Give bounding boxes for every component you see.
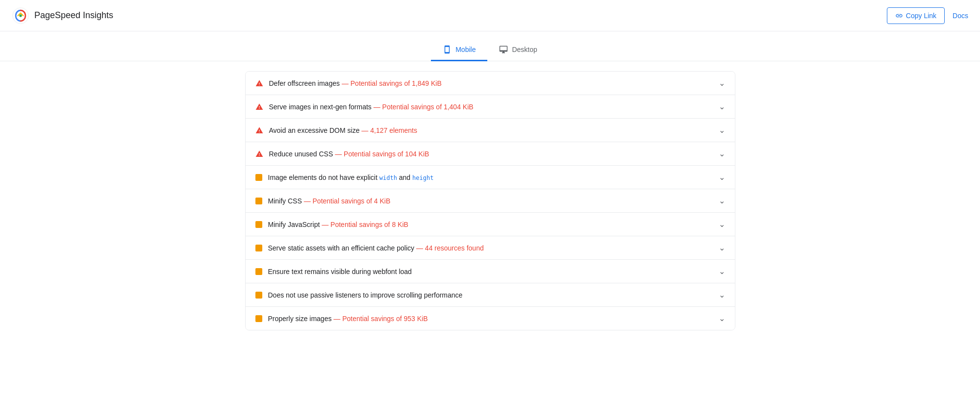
width-link[interactable]: width	[379, 175, 397, 181]
opportunity-icon	[255, 268, 262, 275]
audit-label: Serve static assets with an efficient ca…	[268, 244, 415, 252]
warning-icon	[255, 150, 263, 158]
audit-item-left: Ensure text remains visible during webfo…	[255, 268, 719, 275]
audit-text: Properly size images — Potential savings…	[268, 315, 428, 323]
chevron-icon[interactable]: ⌄	[719, 173, 725, 182]
audit-label: Ensure text remains visible during webfo…	[268, 268, 412, 275]
audit-text: Avoid an excessive DOM size — 4,127 elem…	[269, 126, 417, 134]
audit-item: Properly size images — Potential savings…	[246, 307, 735, 330]
opportunity-icon	[255, 198, 262, 204]
logo-area: PageSpeed Insights	[12, 7, 113, 25]
link-icon	[895, 12, 903, 20]
mobile-icon	[443, 45, 452, 54]
tabs-container: Mobile Desktop	[0, 31, 980, 61]
audit-item-left: Minify JavaScript — Potential savings of…	[255, 221, 719, 228]
audit-savings: Potential savings of 4 KiB	[313, 197, 391, 205]
audit-item-left: Serve static assets with an efficient ca…	[255, 244, 719, 252]
docs-link[interactable]: Docs	[953, 12, 968, 20]
audit-item-left: Serve images in next-gen formats — Poten…	[255, 103, 719, 111]
chevron-icon[interactable]: ⌄	[719, 314, 725, 323]
warning-icon	[255, 103, 263, 111]
audit-text: Ensure text remains visible during webfo…	[268, 268, 412, 275]
audit-text: Minify JavaScript — Potential savings of…	[268, 221, 408, 228]
copy-link-button[interactable]: Copy Link	[887, 7, 945, 24]
pagespeed-logo-icon	[12, 7, 29, 25]
chevron-icon[interactable]: ⌄	[719, 149, 725, 158]
audit-label-mid: and	[397, 174, 412, 181]
audit-item: Does not use passive listeners to improv…	[246, 283, 735, 307]
opportunity-icon	[255, 292, 262, 299]
audit-item: Image elements do not have explicit widt…	[246, 166, 735, 189]
audit-savings: Potential savings of 104 KiB	[344, 150, 429, 158]
audit-item: Avoid an excessive DOM size — 4,127 elem…	[246, 119, 735, 142]
audit-label: Avoid an excessive DOM size	[269, 126, 360, 134]
audit-savings: 44 resources found	[425, 244, 484, 252]
chevron-icon[interactable]: ⌄	[719, 290, 725, 300]
chevron-icon[interactable]: ⌄	[719, 78, 725, 88]
audit-item: Minify JavaScript — Potential savings of…	[246, 213, 735, 236]
audit-item: Defer offscreen images — Potential savin…	[246, 72, 735, 95]
tab-mobile[interactable]: Mobile	[431, 39, 487, 61]
audit-savings: Potential savings of 1,849 KiB	[351, 79, 442, 87]
audit-item: Reduce unused CSS — Potential savings of…	[246, 142, 735, 166]
tab-desktop-label: Desktop	[512, 46, 537, 53]
audit-label: Defer offscreen images	[269, 79, 340, 87]
audit-text: Minify CSS — Potential savings of 4 KiB	[268, 197, 391, 205]
audit-label: Minify CSS	[268, 197, 302, 205]
opportunity-icon	[255, 221, 262, 228]
chevron-icon[interactable]: ⌄	[719, 220, 725, 229]
audit-label: Minify JavaScript	[268, 221, 320, 228]
audit-text: Does not use passive listeners to improv…	[268, 291, 463, 299]
chevron-icon[interactable]: ⌄	[719, 243, 725, 252]
audit-label: Does not use passive listeners to improv…	[268, 291, 463, 299]
audit-label: Reduce unused CSS	[269, 150, 333, 158]
audit-text: Defer offscreen images — Potential savin…	[269, 79, 442, 87]
audit-item-left: Minify CSS — Potential savings of 4 KiB	[255, 197, 719, 205]
header-actions: Copy Link Docs	[887, 7, 968, 24]
warning-icon	[255, 126, 263, 134]
audit-item: Serve static assets with an efficient ca…	[246, 236, 735, 260]
warning-icon	[255, 79, 263, 87]
audit-item: Serve images in next-gen formats — Poten…	[246, 95, 735, 119]
audit-item-left: Reduce unused CSS — Potential savings of…	[255, 150, 719, 158]
logo-text: PageSpeed Insights	[34, 10, 113, 21]
opportunity-icon	[255, 245, 262, 251]
audit-text: Serve images in next-gen formats — Poten…	[269, 103, 474, 111]
desktop-icon	[499, 45, 508, 54]
audit-text: Image elements do not have explicit widt…	[268, 174, 434, 181]
chevron-icon[interactable]: ⌄	[719, 125, 725, 135]
height-link[interactable]: height	[412, 175, 433, 181]
opportunity-icon	[255, 315, 262, 322]
main-content: Defer offscreen images — Potential savin…	[235, 71, 745, 330]
audit-item-left: Properly size images — Potential savings…	[255, 315, 719, 323]
audit-text: Serve static assets with an efficient ca…	[268, 244, 484, 252]
audit-savings: Potential savings of 1,404 KiB	[382, 103, 474, 111]
tab-desktop[interactable]: Desktop	[487, 39, 549, 61]
chevron-icon[interactable]: ⌄	[719, 102, 725, 111]
header: PageSpeed Insights Copy Link Docs	[0, 0, 980, 31]
tab-mobile-label: Mobile	[455, 46, 476, 53]
chevron-icon[interactable]: ⌄	[719, 196, 725, 205]
audit-label: Serve images in next-gen formats	[269, 103, 372, 111]
opportunity-icon	[255, 174, 262, 181]
audit-label: Properly size images	[268, 315, 332, 323]
chevron-icon[interactable]: ⌄	[719, 267, 725, 276]
copy-link-label: Copy Link	[906, 12, 936, 20]
audit-item-left: Image elements do not have explicit widt…	[255, 174, 719, 181]
audit-savings: Potential savings of 8 KiB	[330, 221, 408, 228]
svg-point-1	[19, 14, 22, 17]
audit-label-prefix: Image elements do not have explicit	[268, 174, 379, 181]
audit-list: Defer offscreen images — Potential savin…	[245, 71, 735, 330]
audit-item-left: Defer offscreen images — Potential savin…	[255, 79, 719, 87]
audit-savings: Potential savings of 953 KiB	[342, 315, 427, 323]
audit-item-left: Does not use passive listeners to improv…	[255, 291, 719, 299]
audit-item: Ensure text remains visible during webfo…	[246, 260, 735, 283]
audit-item: Minify CSS — Potential savings of 4 KiB …	[246, 189, 735, 213]
audit-item-left: Avoid an excessive DOM size — 4,127 elem…	[255, 126, 719, 134]
audit-text: Reduce unused CSS — Potential savings of…	[269, 150, 429, 158]
audit-savings: 4,127 elements	[370, 126, 417, 134]
